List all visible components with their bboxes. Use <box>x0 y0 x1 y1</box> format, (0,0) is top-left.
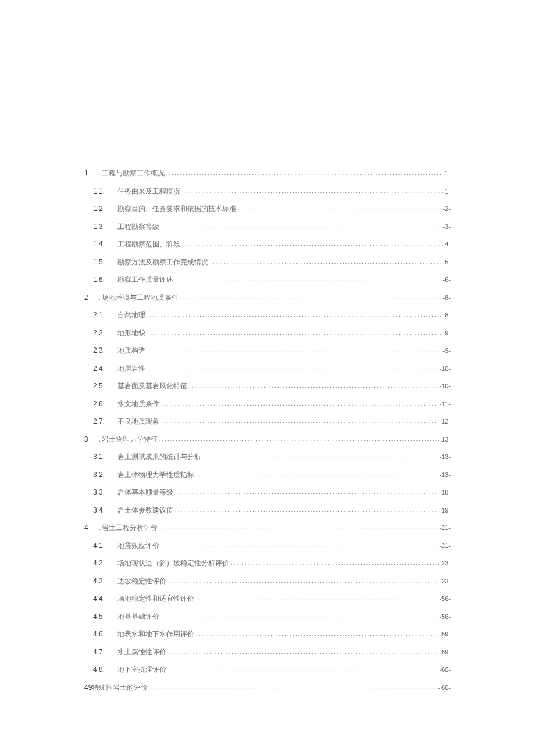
toc-entry: 4.6.地表水和地下水作用评价-59- <box>84 629 451 639</box>
toc-page-number: -9- <box>443 329 451 336</box>
toc-title: 任务由来及工程概况 <box>117 187 180 196</box>
toc-entry: 1.工程与勘察工作概况-1- <box>84 169 451 178</box>
toc-leader-dots <box>229 559 439 566</box>
toc-page-number: -5- <box>443 259 451 266</box>
toc-title: 勘察方法及勘察工作完成情况 <box>117 257 208 267</box>
toc-page-number: -21- <box>439 542 451 549</box>
toc-page-number: -18- <box>439 489 451 496</box>
toc-title: 地震效应评价 <box>117 541 159 551</box>
toc-page-number: -23- <box>439 560 451 567</box>
toc-entry: 1.4.工程勘察范围、阶段-4- <box>84 239 451 249</box>
toc-page-number: -59- <box>439 630 451 637</box>
toc-leader-dots <box>166 665 439 672</box>
toc-number: 3.3. <box>93 488 106 496</box>
toc-entry: 2.场地环境与工程地质条件-8- <box>84 293 451 303</box>
toc-entry: 2.6.水文地质条件-11- <box>84 399 451 409</box>
toc-title: .工程与勘察工作概况 <box>99 169 165 178</box>
toc-entry: 4.5.地基基础评价-56- <box>84 612 451 622</box>
toc-number: 3.4. <box>93 506 106 514</box>
toc-page-number: -60- <box>439 666 451 673</box>
toc-entry: 4.2.场地现状边（斜）坡稳定性分析评价-23- <box>84 558 451 568</box>
toc-page-number: -21- <box>439 524 451 531</box>
toc-leader-dots <box>187 382 439 389</box>
toc-number: 1.4. <box>93 240 106 248</box>
toc-page-number: -4- <box>443 241 451 248</box>
toc-title: .岩土工程分析评价 <box>99 523 158 533</box>
toc-number: 2.1. <box>93 311 106 319</box>
toc-number: 1.5. <box>93 258 106 266</box>
toc-entry: 4.岩土工程分析评价-21- <box>84 523 451 533</box>
toc-title: 水土腐蚀性评价 <box>117 647 166 657</box>
toc-title: 不良地质现象 <box>117 417 159 427</box>
toc-number: 3.2. <box>93 471 106 479</box>
toc-title: .岩土物理力学特征 <box>99 435 158 445</box>
toc-title: 勘察目的、任务要求和依据的技术标准 <box>117 204 236 214</box>
toc-number: 4.1. <box>93 542 106 550</box>
toc-number: 2.2. <box>93 329 106 337</box>
toc-leader-dots <box>158 435 440 442</box>
toc-entry: 2.2.地形地貌-9- <box>84 328 451 338</box>
toc-title: 地形地貌 <box>117 328 145 338</box>
toc-leader-dots <box>145 346 443 353</box>
toc-title: 自然地理 <box>117 310 145 320</box>
toc-page-number: -9- <box>443 347 451 354</box>
toc-entry: 4.1.地震效应评价-21- <box>84 541 451 551</box>
toc-entry: 2.4.地层岩性-10- <box>84 364 451 374</box>
toc-entry: 4.3.边坡稳定性评价-23- <box>84 576 451 586</box>
toc-leader-dots <box>180 240 443 247</box>
toc-entry: 2.1.自然地理-8- <box>84 310 451 320</box>
toc-entry: 4.4.场地稳定性和适宜性评价-56- <box>84 594 451 604</box>
toc-title: 岩土测试成果的统计与分析 <box>117 452 201 462</box>
toc-page-number: - 60- <box>437 684 451 691</box>
toc-entry: 4.7.水土腐蚀性评价-59- <box>84 647 451 657</box>
toc-leader-dots <box>180 187 443 194</box>
toc-number: 3 <box>84 435 88 443</box>
toc-entry: 3.1.岩土测试成果的统计与分析-13- <box>84 452 451 462</box>
toc-page-number: -3- <box>443 223 451 230</box>
toc-entry: 4.8.地下室抗浮评价-60- <box>84 665 451 675</box>
toc-number: 4.4. <box>93 594 106 603</box>
toc-title: 地基基础评价 <box>117 612 159 622</box>
toc-title: 水文地质条件 <box>117 399 159 409</box>
toc-entry: 3.3.岩体基本顺量等级-18- <box>84 488 451 497</box>
toc-page-number: -10- <box>439 365 451 372</box>
toc-page-number: -6- <box>443 276 451 283</box>
toc-title: .场地环境与工程地质条件 <box>99 293 179 303</box>
toc-entry: 3.岩土物理力学特征-13- <box>84 435 451 445</box>
toc-number: 2 <box>84 293 88 302</box>
toc-page-number: -2- <box>443 205 451 212</box>
toc-number: 2.4. <box>93 364 106 372</box>
toc-entry: 1.1.任务由来及工程概况-1- <box>84 187 451 196</box>
toc-number: 2.3. <box>93 346 106 354</box>
toc-number: 1.3. <box>93 223 106 231</box>
toc-title: 岩土体物理力学性质指标 <box>117 470 194 480</box>
toc-number: 3.1. <box>93 453 106 461</box>
toc-number: 2.7. <box>93 417 106 425</box>
toc-leader-dots <box>159 612 439 619</box>
toc-number: 1.6. <box>93 275 106 284</box>
toc-number: 4.7. <box>93 648 106 656</box>
toc-entry: 2.5.基岩面及基岩风化特征-10- <box>84 381 451 391</box>
toc-title: 边坡稳定性评价 <box>117 576 166 586</box>
toc-number: 2.6. <box>93 400 106 408</box>
toc-title: 地层岩性 <box>117 364 145 374</box>
toc-num-title: 49特殊性岩土的评价 <box>84 683 148 693</box>
toc-number: 4.2. <box>93 559 106 567</box>
toc-entry: 3.2.岩土体物理力学性质指标-13- <box>84 470 451 480</box>
toc-number: 4.5. <box>93 612 106 621</box>
toc-page-number: -23- <box>439 578 451 585</box>
toc-page-number: -1- <box>443 188 451 195</box>
toc-leader-dots <box>194 630 439 637</box>
toc-leader-dots <box>173 506 439 513</box>
toc-leader-dots <box>145 311 443 318</box>
toc-page-number: -56- <box>439 595 451 602</box>
toc-page-number: -19- <box>439 507 451 514</box>
toc-title: 岩体基本顺量等级 <box>117 488 173 497</box>
toc-leader-dots <box>148 683 437 690</box>
table-of-contents: 1.工程与勘察工作概况-1-1.1.任务由来及工程概况-1-1.2.勘察目的、任… <box>84 169 451 693</box>
toc-entry: 49特殊性岩土的评价 - 60- <box>84 683 451 693</box>
toc-title: 地质构造 <box>117 346 145 356</box>
toc-page-number: -12- <box>439 418 451 425</box>
toc-leader-dots <box>166 648 439 655</box>
toc-leader-dots <box>179 293 443 300</box>
